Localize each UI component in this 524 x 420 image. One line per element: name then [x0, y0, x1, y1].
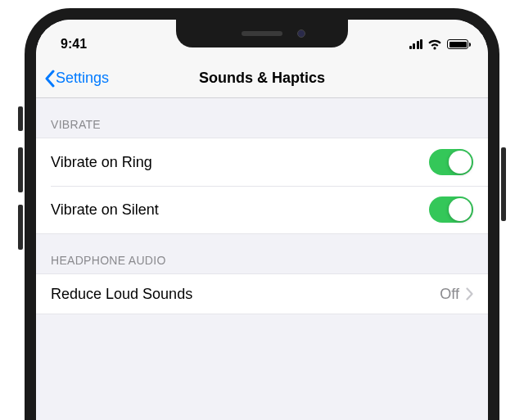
nav-bar: Settings Sounds & Haptics	[36, 59, 488, 98]
back-label: Settings	[56, 70, 109, 87]
speaker-grille	[242, 31, 282, 36]
wifi-icon	[427, 39, 442, 50]
status-icons	[409, 39, 469, 50]
settings-content: VIBRATE Vibrate on Ring Vibrate on Silen…	[36, 98, 488, 314]
notch	[176, 20, 348, 47]
chevron-left-icon	[44, 70, 56, 88]
row-label: Vibrate on Ring	[51, 154, 152, 171]
mute-switch[interactable]	[18, 106, 23, 131]
row-vibrate-on-ring: Vibrate on Ring	[36, 138, 488, 186]
volume-down-button[interactable]	[18, 205, 23, 250]
row-label: Reduce Loud Sounds	[51, 286, 192, 303]
cellular-signal-icon	[409, 39, 423, 49]
toggle-vibrate-on-ring[interactable]	[429, 149, 473, 175]
toggle-vibrate-on-silent[interactable]	[429, 196, 473, 223]
row-label: Vibrate on Silent	[51, 201, 159, 219]
volume-up-button[interactable]	[18, 147, 23, 192]
front-camera	[297, 29, 305, 38]
section-header-vibrate: VIBRATE	[36, 98, 488, 138]
row-vibrate-on-silent: Vibrate on Silent	[36, 186, 488, 233]
battery-icon	[447, 39, 468, 49]
back-button[interactable]: Settings	[36, 70, 109, 88]
status-time: 9:41	[61, 37, 87, 52]
section-header-headphone-audio: HEADPHONE AUDIO	[36, 234, 488, 273]
device-frame: 9:41	[25, 8, 499, 420]
chevron-right-icon	[466, 287, 473, 300]
vibrate-group: Vibrate on Ring Vibrate on Silent	[36, 138, 488, 234]
row-value: Off	[440, 286, 459, 303]
headphone-audio-group: Reduce Loud Sounds Off	[36, 273, 488, 314]
power-button[interactable]	[501, 147, 506, 221]
row-reduce-loud-sounds[interactable]: Reduce Loud Sounds Off	[36, 274, 488, 314]
